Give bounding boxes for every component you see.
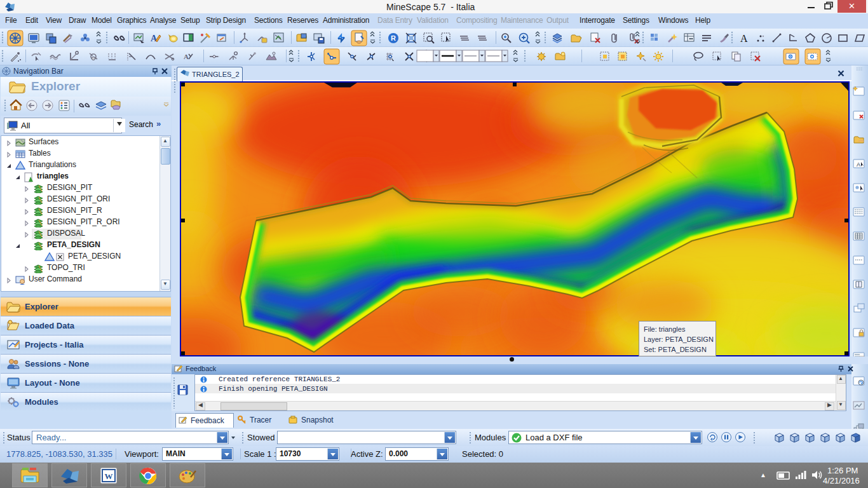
svg-text:A: A: [857, 161, 860, 168]
svg-text:W: W: [105, 471, 113, 481]
svg-text:A: A: [740, 33, 748, 44]
svg-text:R: R: [391, 34, 396, 42]
svg-text:A: A: [184, 53, 189, 60]
